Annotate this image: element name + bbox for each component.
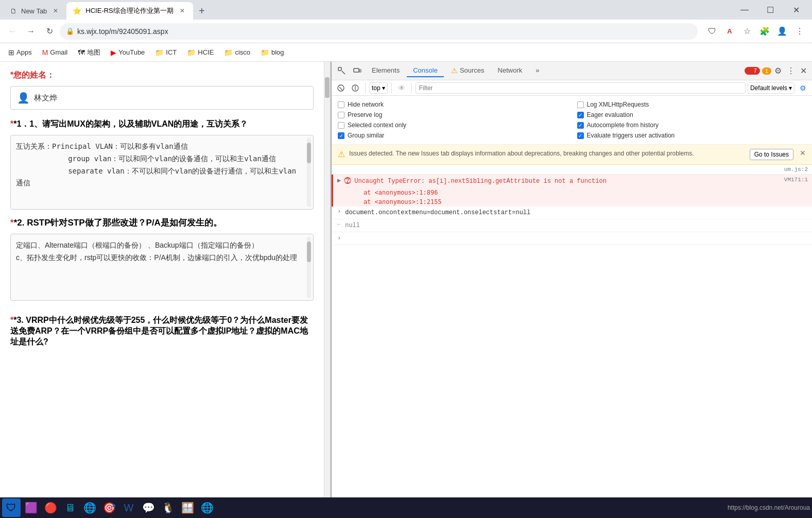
bookmark-apps[interactable]: ⊞ Apps <box>4 46 36 59</box>
minimize-button[interactable]: — <box>733 2 756 18</box>
go-to-issues-button[interactable]: Go to Issues <box>750 149 793 160</box>
error-text-main: Uncaught TypeError: as[i].nextSibling.ge… <box>354 177 781 186</box>
page-scrollbar[interactable] <box>324 62 331 497</box>
svg-rect-0 <box>338 67 341 71</box>
checkbox-autocomplete[interactable] <box>577 122 584 129</box>
log-entry-prompt[interactable]: › <box>332 232 812 245</box>
tab-sources[interactable]: ⚠ Sources <box>445 64 491 78</box>
eye-button[interactable]: 👁 <box>395 82 408 94</box>
bookmark-hcie[interactable]: 📁 HCIE <box>183 46 218 59</box>
log-source-ref-1[interactable]: um.js:2 <box>784 166 808 172</box>
checkbox-log-xml[interactable] <box>577 101 584 108</box>
log-source-ref-2[interactable]: VM171:1 <box>784 177 808 183</box>
checkbox-preserve-log[interactable] <box>338 112 344 118</box>
reload-button[interactable]: ↻ <box>41 23 58 40</box>
taskbar-windows[interactable]: 🪟 <box>178 498 197 517</box>
scrollbar-thumb[interactable] <box>325 77 330 98</box>
taskbar-onenote[interactable]: 🟪 <box>22 498 40 517</box>
maps-favicon: 🗺 <box>78 48 85 57</box>
taskbar-globe[interactable]: 🌐 <box>80 498 99 517</box>
star-icon[interactable]: ☆ <box>739 23 755 40</box>
question-1: **1．1、请写出MUX的架构，以及辅助VLAN的用途，互访关系？ <box>10 119 314 130</box>
issues-close-button[interactable]: ✕ <box>800 149 806 157</box>
tab-hcie[interactable]: ⭐ HCIE-RS综合理论作业第一期 ✕ <box>66 2 193 20</box>
taskbar-word[interactable]: W <box>119 498 138 517</box>
taskbar-red[interactable]: 🔴 <box>41 498 60 517</box>
console-settings-button[interactable]: ⚙ <box>797 82 809 94</box>
tab-label-2: HCIE-RS综合理论作业第一期 <box>85 6 173 15</box>
checkbox-eager-eval[interactable] <box>577 112 584 118</box>
checkbox-evaluate-triggers[interactable] <box>577 132 584 139</box>
error-expand-icon[interactable]: ▶ <box>337 177 341 184</box>
shield-icon[interactable]: 🛡 <box>704 23 720 40</box>
devtools-more-button[interactable]: ⋮ <box>785 64 797 78</box>
taskbar-target[interactable]: 🎯 <box>100 498 118 517</box>
tab-close-2[interactable]: ✕ <box>178 6 187 15</box>
menu-button[interactable]: ⋮ <box>791 23 808 40</box>
tab-console[interactable]: Console <box>407 64 444 77</box>
taskbar-penguin[interactable]: 🐧 <box>159 498 177 517</box>
checkbox-hide-network[interactable] <box>338 101 344 108</box>
svg-point-3 <box>748 69 752 74</box>
svg-rect-1 <box>354 68 359 72</box>
device-toolbar-button[interactable] <box>350 64 365 78</box>
error-stack-2: at <anonymous>:1:2155 <box>349 198 442 205</box>
tab-elements[interactable]: Elements <box>366 64 406 77</box>
taskbar-wechat[interactable]: 💬 <box>139 498 158 517</box>
url-bar[interactable]: 🔒 ks.wjx.top/m/92405091.aspx <box>60 23 698 40</box>
log-level-selector[interactable]: Default levels ▾ <box>748 82 794 94</box>
more-tabs-button[interactable]: » <box>529 64 545 77</box>
close-button[interactable]: ✕ <box>784 2 808 18</box>
answer-box-2[interactable]: 定端口、Alternate端口（根端口的备份） 、Backup端口（指定端口的备… <box>10 234 314 301</box>
address-right-icons: 🛡 A ☆ 🧩 👤 ⋮ <box>704 23 808 40</box>
checkbox-selected-context[interactable] <box>338 122 344 129</box>
clear-console-button[interactable] <box>335 82 347 94</box>
inspect-element-button[interactable] <box>335 64 349 78</box>
name-input-field[interactable]: 👤 林文烨 <box>10 86 314 110</box>
console-log[interactable]: um.js:2 ▶ ⓻ Uncaught TypeError: as[i].ne… <box>332 165 812 497</box>
error-badge: 7 <box>745 67 760 74</box>
scroll-indicator-1[interactable] <box>307 137 311 207</box>
new-tab-button[interactable]: + <box>193 2 211 20</box>
expand-icon-1[interactable]: › <box>337 208 341 215</box>
bookmark-youtube[interactable]: ▶ YouTube <box>107 46 149 59</box>
taskbar-url: https://blog.csdn.net/Arouroua <box>728 504 810 511</box>
checkbox-group-similar[interactable] <box>338 132 344 139</box>
toolbar-separator-1 <box>365 83 366 93</box>
option-log-xml: Log XMLHttpRequests <box>577 101 806 108</box>
translate-icon[interactable]: A <box>721 23 738 40</box>
stop-recording-button[interactable] <box>349 82 361 94</box>
taskbar-chrome[interactable]: 🌐 <box>198 498 216 517</box>
label-autocomplete: Autocomplete from history <box>587 122 659 129</box>
bookmark-cisco[interactable]: 📁 cisco <box>220 46 254 59</box>
account-icon[interactable]: 👤 <box>774 23 790 40</box>
bookmark-gmail[interactable]: M Gmail <box>38 46 72 59</box>
log-prompt-icon: › <box>337 234 571 243</box>
bookmark-ict[interactable]: 📁 ICT <box>151 46 181 59</box>
maximize-button[interactable]: ☐ <box>758 2 782 18</box>
error-sub-1: at <anonymous>:1:896 <box>332 188 812 197</box>
taskbar-monitor[interactable]: 🖥 <box>61 498 79 517</box>
devtools-settings-button[interactable]: ⚙ <box>772 64 784 78</box>
tab-close-1[interactable]: ✕ <box>51 6 60 15</box>
scroll-indicator-2[interactable] <box>307 236 311 298</box>
answer-box-1[interactable]: 互访关系：Principal VLAN：可以和多有vlan通信 group vl… <box>10 135 314 210</box>
extension-icon[interactable]: 🧩 <box>756 23 773 40</box>
youtube-favicon: ▶ <box>111 48 116 57</box>
filter-input[interactable] <box>416 82 746 94</box>
bookmark-blog[interactable]: 📁 blog <box>256 46 288 59</box>
back-button[interactable]: ← <box>4 23 21 40</box>
context-selector[interactable]: top ▾ <box>369 82 388 94</box>
forward-button[interactable]: → <box>23 23 39 40</box>
bookmark-maps[interactable]: 🗺 地图 <box>74 46 105 59</box>
log-prompt-input[interactable] <box>575 234 808 243</box>
lock-icon: 🔒 <box>66 27 74 35</box>
console-options-panel: Hide network Log XMLHttpRequests Preserv… <box>332 96 812 145</box>
tab-new-tab[interactable]: 🗋 New Tab ✕ <box>4 2 66 20</box>
devtools-close-button[interactable]: ✕ <box>798 64 809 78</box>
bookmark-maps-label: 地图 <box>87 48 100 57</box>
taskbar-shield[interactable]: 🛡 <box>2 498 21 517</box>
tab-network[interactable]: Network <box>492 64 529 77</box>
bookmark-apps-label: Apps <box>16 48 32 56</box>
tab-favicon-1: 🗋 <box>10 7 17 15</box>
